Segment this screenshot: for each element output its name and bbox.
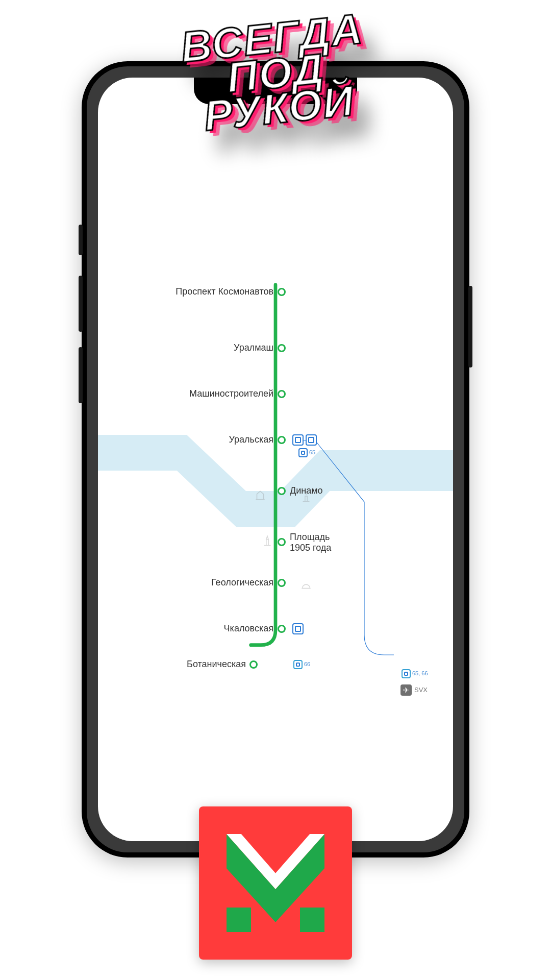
landmark-icon xyxy=(299,577,313,591)
landmark-icon xyxy=(299,491,313,504)
station-label[interactable]: Чкаловская xyxy=(224,623,273,634)
promo-headline: ВСЕГДА ПОД РУКОЙ xyxy=(179,11,372,135)
volume-up-button xyxy=(79,276,83,332)
bus-icon[interactable] xyxy=(402,669,411,678)
station-dot[interactable] xyxy=(278,436,286,444)
rail-icon[interactable] xyxy=(292,623,304,634)
power-button xyxy=(468,286,472,368)
phone-screen[interactable]: Проспект КосмонавтовУралмашМашиностроите… xyxy=(98,78,453,841)
bus-icon[interactable] xyxy=(293,660,303,669)
landmark-icon xyxy=(254,488,267,502)
phone-frame: Проспект КосмонавтовУралмашМашиностроите… xyxy=(82,61,469,857)
shuttle-number: 66 xyxy=(304,661,310,667)
mute-switch xyxy=(79,225,83,255)
airport-code: SVX xyxy=(414,686,428,694)
station-label[interactable]: Геологическая xyxy=(211,577,273,588)
metro-map[interactable]: Проспект КосмонавтовУралмашМашиностроите… xyxy=(98,78,453,841)
station-label[interactable]: Уральская xyxy=(229,434,273,445)
station-label[interactable]: Ботаническая xyxy=(187,659,246,670)
rail-icon[interactable] xyxy=(292,434,304,446)
station-dot[interactable] xyxy=(278,288,286,296)
station-dot[interactable] xyxy=(278,625,286,633)
shuttle-number: 65 xyxy=(309,449,315,455)
rail-icon[interactable] xyxy=(306,434,317,446)
airport-icon[interactable] xyxy=(400,684,412,696)
app-icon[interactable] xyxy=(199,806,352,960)
station-label[interactable]: Уралмаш xyxy=(234,342,273,353)
lines-layer xyxy=(98,78,453,825)
station-dot[interactable] xyxy=(278,579,286,587)
metro-m-icon xyxy=(214,822,337,944)
phone-bezel: Проспект КосмонавтовУралмашМашиностроите… xyxy=(87,66,464,852)
landmark-icon xyxy=(261,534,274,548)
station-label[interactable]: Машиностроителей xyxy=(189,388,273,399)
station-label[interactable]: Проспект Космонавтов xyxy=(176,286,273,297)
station-dot[interactable] xyxy=(249,660,258,669)
station-dot[interactable] xyxy=(278,538,286,546)
station-dot[interactable] xyxy=(278,344,286,352)
bus-icon[interactable] xyxy=(298,448,308,457)
volume-down-button xyxy=(79,347,83,403)
shuttle-number: 65, 66 xyxy=(412,670,428,676)
station-dot[interactable] xyxy=(278,390,286,398)
station-label[interactable]: Площадь1905 года xyxy=(290,532,331,553)
stage: ВСЕГДА ПОД РУКОЙ xyxy=(0,0,551,980)
station-dot[interactable] xyxy=(278,487,286,495)
